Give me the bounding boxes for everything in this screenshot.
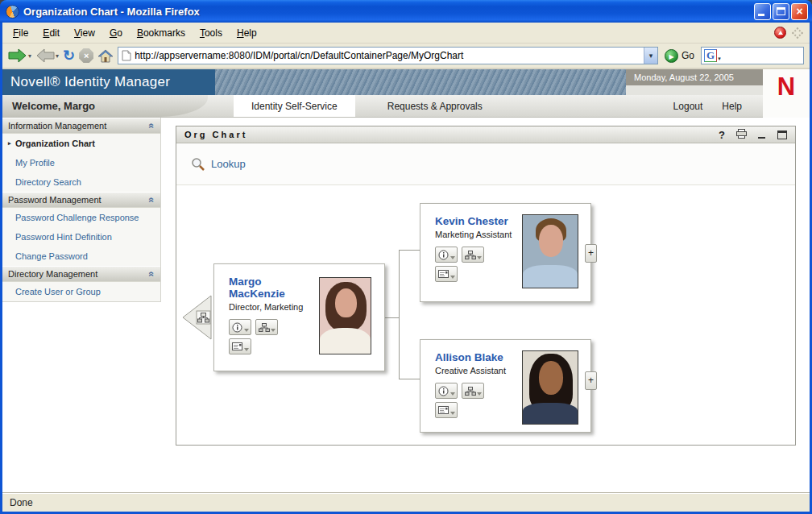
window-close-button[interactable]: × bbox=[791, 3, 808, 20]
photo-face bbox=[539, 225, 563, 257]
sidebar-item-label: Password Challenge Response bbox=[15, 213, 139, 222]
sidebar-item-label: Directory Search bbox=[15, 177, 81, 187]
button-caret-icon bbox=[244, 348, 249, 351]
sidebar-item-organization-chart[interactable]: ▸ Organization Chart bbox=[2, 134, 160, 153]
firefox-icon[interactable] bbox=[6, 5, 19, 19]
menu-tools[interactable]: Tools bbox=[193, 25, 230, 41]
button-caret-icon bbox=[244, 329, 249, 332]
header-texture bbox=[215, 69, 626, 95]
sidebar-item-password-hint-definition[interactable]: Password Hint Definition bbox=[2, 227, 160, 247]
browser-client-area: File Edit View Go Bookmarks Tools Help ▾… bbox=[2, 23, 810, 512]
reload-button[interactable]: ↻ bbox=[63, 48, 75, 63]
portlet-print-icon[interactable] bbox=[735, 127, 748, 142]
sidebar-section-directory-management[interactable]: Directory Management « bbox=[2, 266, 160, 282]
url-dropdown-button[interactable]: ▾ bbox=[644, 48, 657, 64]
go-button[interactable]: ▶ Go bbox=[662, 49, 697, 63]
portlet-maximize-icon[interactable] bbox=[777, 131, 787, 139]
back-dropdown-icon[interactable]: ▾ bbox=[28, 52, 31, 60]
org-chart-button[interactable] bbox=[255, 319, 278, 335]
sidebar-item-label: My Profile bbox=[15, 158, 55, 168]
help-link[interactable]: Help bbox=[712, 95, 752, 117]
collapse-chevron-icon[interactable]: « bbox=[147, 272, 158, 277]
info-button[interactable] bbox=[435, 247, 458, 263]
minimize-icon bbox=[758, 14, 764, 16]
menu-bookmarks[interactable]: Bookmarks bbox=[130, 25, 193, 41]
sidebar-section-information-management[interactable]: Information Management « bbox=[2, 118, 160, 134]
url-input[interactable] bbox=[131, 48, 644, 63]
org-chart-canvas: Margo MacKenzie Director, Marketing bbox=[176, 185, 795, 445]
person-name: Margo MacKenzie bbox=[229, 276, 309, 300]
forward-dropdown-icon[interactable]: ▾ bbox=[56, 52, 59, 60]
menu-edit[interactable]: Edit bbox=[35, 25, 67, 41]
portlet-minimize-icon[interactable] bbox=[758, 130, 767, 139]
logout-link[interactable]: Logout bbox=[664, 95, 713, 117]
button-caret-icon bbox=[450, 256, 455, 259]
home-button[interactable] bbox=[97, 49, 114, 63]
email-button[interactable] bbox=[229, 338, 251, 354]
portlet-title: Org Chart bbox=[184, 130, 247, 139]
page-icon bbox=[122, 50, 131, 61]
sidebar-section-password-management[interactable]: Password Management « bbox=[2, 192, 160, 208]
button-caret-icon bbox=[477, 256, 482, 259]
novell-n-letter: N bbox=[777, 69, 795, 105]
menu-help[interactable]: Help bbox=[230, 25, 264, 41]
org-card-kevin-chester: Kevin Chester Marketing Assistant bbox=[420, 203, 591, 302]
photo-face bbox=[539, 361, 563, 395]
sidebar-item-directory-search[interactable]: Directory Search bbox=[2, 172, 160, 192]
button-caret-icon bbox=[450, 412, 455, 415]
portlet-help-icon[interactable]: ? bbox=[719, 129, 725, 141]
photo-shirt bbox=[320, 328, 371, 354]
lookup-magnifier-icon[interactable] bbox=[191, 157, 205, 172]
lookup-link[interactable]: Lookup bbox=[211, 158, 246, 170]
button-caret-icon bbox=[450, 392, 455, 396]
tab-identity-self-service[interactable]: Identity Self-Service bbox=[234, 95, 355, 117]
sidebar-item-password-challenge-response[interactable]: Password Challenge Response bbox=[2, 208, 160, 227]
collapse-chevron-icon[interactable]: « bbox=[147, 197, 158, 203]
window-titlebar[interactable]: Organization Chart - Mozilla Firefox × bbox=[0, 0, 812, 23]
portrait-photo bbox=[522, 214, 578, 288]
sidebar-nav: Information Management « ▸ Organization … bbox=[2, 118, 161, 302]
window-minimize-button[interactable] bbox=[754, 3, 771, 20]
window-maximize-button[interactable] bbox=[773, 3, 789, 20]
button-caret-icon bbox=[477, 392, 482, 396]
email-button[interactable] bbox=[435, 402, 458, 418]
sidebar-item-label: Password Hint Definition bbox=[15, 232, 112, 242]
menu-file[interactable]: File bbox=[6, 25, 35, 41]
product-title-area: Novell® Identity Manager bbox=[2, 69, 215, 95]
web-search-input[interactable] bbox=[721, 48, 801, 63]
info-button[interactable] bbox=[229, 319, 251, 335]
google-engine-icon[interactable]: G bbox=[704, 49, 717, 62]
stop-button[interactable]: × bbox=[79, 48, 93, 63]
connector-line bbox=[399, 250, 420, 251]
update-notification-icon[interactable] bbox=[774, 27, 786, 39]
org-chart-button[interactable] bbox=[462, 247, 484, 263]
forward-button[interactable]: ▾ bbox=[35, 48, 59, 63]
info-button[interactable] bbox=[435, 383, 458, 399]
navigate-up-arrow[interactable] bbox=[180, 294, 213, 341]
back-button[interactable]: ▾ bbox=[8, 48, 31, 63]
current-date: Monday, August 22, 2005 bbox=[634, 73, 734, 82]
org-chart-icon bbox=[465, 387, 476, 396]
collapse-chevron-icon[interactable]: « bbox=[147, 123, 158, 129]
home-icon bbox=[97, 49, 114, 63]
portrait-photo bbox=[319, 277, 371, 354]
org-chart-icon bbox=[465, 251, 476, 259]
expand-subordinates-button[interactable]: + bbox=[585, 371, 597, 390]
stop-icon: × bbox=[79, 48, 93, 63]
portlet-header: Org Chart ? bbox=[176, 126, 795, 143]
lookup-row: Lookup bbox=[176, 143, 795, 185]
menu-view[interactable]: View bbox=[67, 25, 102, 41]
sidebar-item-change-password[interactable]: Change Password bbox=[2, 247, 160, 266]
sidebar-item-create-user-or-group[interactable]: Create User or Group bbox=[2, 282, 160, 301]
navigation-toolbar: ▾ ▾ ↻ × ▾ bbox=[2, 44, 810, 69]
status-bar: Done bbox=[2, 492, 810, 512]
org-card-allison-blake: Allison Blake Creative Assistant bbox=[420, 339, 591, 433]
sidebar-item-my-profile[interactable]: My Profile bbox=[2, 153, 160, 172]
menu-go[interactable]: Go bbox=[102, 25, 130, 41]
expand-subordinates-button[interactable]: + bbox=[585, 244, 597, 263]
email-button[interactable] bbox=[435, 266, 458, 282]
org-chart-button[interactable] bbox=[462, 383, 484, 399]
sidebar-item-label: Change Password bbox=[15, 251, 88, 261]
tab-requests-approvals[interactable]: Requests & Approvals bbox=[370, 95, 500, 117]
portrait-photo bbox=[522, 350, 578, 425]
